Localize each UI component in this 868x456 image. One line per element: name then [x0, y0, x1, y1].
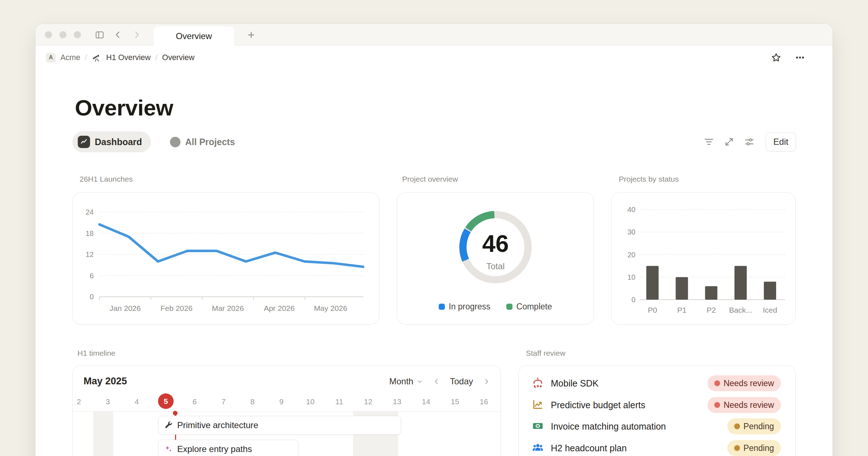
edit-button-label: Edit — [773, 137, 788, 147]
window-tab-overview[interactable]: Overview — [154, 26, 234, 46]
legend-item: In progress — [439, 302, 490, 312]
all-projects-circle-icon — [170, 137, 180, 147]
settings-sliders-button[interactable] — [742, 135, 757, 149]
launches-line-chart-card: 06121824Jan 2026Feb 2026Mar 2026Apr 2026… — [72, 192, 379, 325]
sparkle-icon — [164, 444, 173, 454]
team-icon — [532, 442, 545, 455]
chart-up-icon — [532, 398, 545, 411]
status-label: Pending — [744, 443, 774, 453]
forward-button[interactable] — [130, 28, 143, 41]
timeline-event[interactable]: Explore entry paths — [158, 440, 298, 456]
timeline-date: 10 — [296, 397, 325, 407]
staff-review-row[interactable]: H2 headcount planPending — [532, 440, 781, 456]
timeline-date: 2 — [72, 397, 93, 407]
timeline-date: 7 — [209, 397, 238, 407]
y-axis-tick: 24 — [86, 208, 94, 216]
x-axis-label: Feb 2026 — [161, 304, 193, 312]
window-close-button[interactable] — [45, 31, 52, 38]
timeline-date-row-divider — [73, 411, 501, 411]
status-label: Pending — [744, 422, 774, 431]
filter-button[interactable] — [702, 135, 716, 149]
wrench-icon — [164, 421, 173, 430]
more-options-button[interactable] — [793, 50, 807, 65]
staff-review-row[interactable]: Invoice matching automationPending — [532, 418, 781, 435]
y-axis-tick: 0 — [90, 293, 94, 301]
staff-review-row[interactable]: Predictive budget alertsNeeds review — [532, 397, 781, 413]
timeline-event-title: Explore entry paths — [177, 444, 252, 454]
status-label: Needs review — [724, 379, 774, 388]
bar — [764, 282, 776, 300]
staff-review-row[interactable]: Mobile SDKNeeds review — [532, 375, 781, 392]
donut-legend: In progressComplete — [397, 302, 593, 312]
window-minimize-button[interactable] — [59, 31, 67, 38]
donut-segment — [463, 230, 468, 260]
h1-timeline-card: May 2025 Month Today 2345678910111213141… — [72, 365, 501, 456]
status-badge[interactable]: Needs review — [707, 397, 781, 413]
telescope-icon — [92, 53, 102, 63]
bar-chart: 010203040P0P1P2Back...Iced — [612, 193, 796, 325]
sidebar-toggle-icon — [95, 30, 105, 40]
timeline-view-select[interactable]: Month — [389, 376, 423, 387]
timeline-view-mode-label: Month — [389, 376, 413, 387]
timeline-date: 4 — [122, 397, 151, 407]
timeline-date: 9 — [267, 397, 296, 407]
view-tab-dashboard[interactable]: Dashboard — [72, 131, 151, 152]
timeline-today-dot — [173, 411, 178, 415]
legend-swatch — [506, 304, 512, 310]
favorite-button[interactable] — [769, 50, 783, 65]
view-tab-all-projects[interactable]: All Projects — [165, 131, 240, 152]
sidebar-toggle-button[interactable] — [93, 28, 106, 41]
breadcrumb-item-parent[interactable]: H1 Overview — [106, 53, 151, 62]
window-zoom-button[interactable] — [74, 31, 81, 38]
workspace-avatar[interactable]: A — [46, 53, 56, 63]
carousel-icon — [532, 377, 545, 390]
staff-row-title: Invoice matching automation — [551, 421, 666, 432]
donut-total-value: 46 — [482, 230, 509, 257]
staff-row-title: H2 headcount plan — [551, 443, 627, 453]
desktop: { "window": { "tab_title": "Overview" },… — [0, 0, 868, 456]
edit-button[interactable]: Edit — [766, 132, 796, 151]
x-axis-label: P1 — [677, 306, 686, 314]
banknote-icon — [532, 420, 545, 433]
breadcrumb: A Acme / H1 Overview / Overview — [35, 46, 833, 69]
app-window: Overview A Acme / H1 Overview / Overview — [35, 24, 833, 456]
window-tab-label: Overview — [176, 31, 212, 41]
status-dot — [734, 445, 740, 451]
expand-button[interactable] — [722, 135, 736, 149]
y-axis-tick: 12 — [86, 250, 94, 258]
ellipsis-icon — [795, 52, 805, 63]
donut-segment — [468, 215, 494, 229]
breadcrumb-item-workspace[interactable]: Acme — [60, 53, 80, 62]
status-label: Needs review — [724, 400, 774, 410]
y-axis-tick: 6 — [90, 272, 94, 280]
bar — [705, 286, 718, 300]
status-dot — [734, 423, 740, 429]
y-axis-tick: 18 — [86, 229, 94, 237]
new-tab-button[interactable] — [244, 28, 258, 41]
y-axis-tick: 10 — [627, 273, 635, 281]
timeline-event[interactable]: Primitive architecture — [158, 416, 401, 435]
chevron-down-icon — [416, 378, 423, 385]
card-label-projects-by-status: Projects by status — [619, 175, 679, 183]
status-badge[interactable]: Pending — [727, 440, 781, 456]
plus-icon — [246, 30, 256, 40]
card-label-project-overview: Project overview — [402, 175, 458, 183]
page-title: Overview — [75, 95, 173, 121]
legend-label: Complete — [516, 302, 552, 312]
status-dot — [714, 380, 720, 386]
x-axis-label: Iced — [763, 306, 777, 314]
timeline-today-button[interactable]: Today — [450, 376, 473, 387]
back-chevron-icon — [113, 30, 123, 39]
card-label-staff-review: Staff review — [526, 349, 565, 357]
breadcrumb-item-current[interactable]: Overview — [162, 53, 195, 62]
timeline-prev-button[interactable] — [433, 377, 441, 385]
back-button[interactable] — [111, 28, 124, 41]
view-tab-label: All Projects — [185, 137, 235, 147]
staff-row-title: Predictive budget alerts — [551, 400, 645, 410]
status-badge[interactable]: Needs review — [707, 375, 781, 391]
status-badge[interactable]: Pending — [727, 418, 781, 434]
timeline-next-button[interactable] — [482, 377, 490, 385]
bar — [735, 266, 747, 300]
x-axis-label: Mar 2026 — [212, 304, 244, 312]
staff-review-card: Mobile SDKNeeds reviewPredictive budget … — [518, 365, 796, 456]
